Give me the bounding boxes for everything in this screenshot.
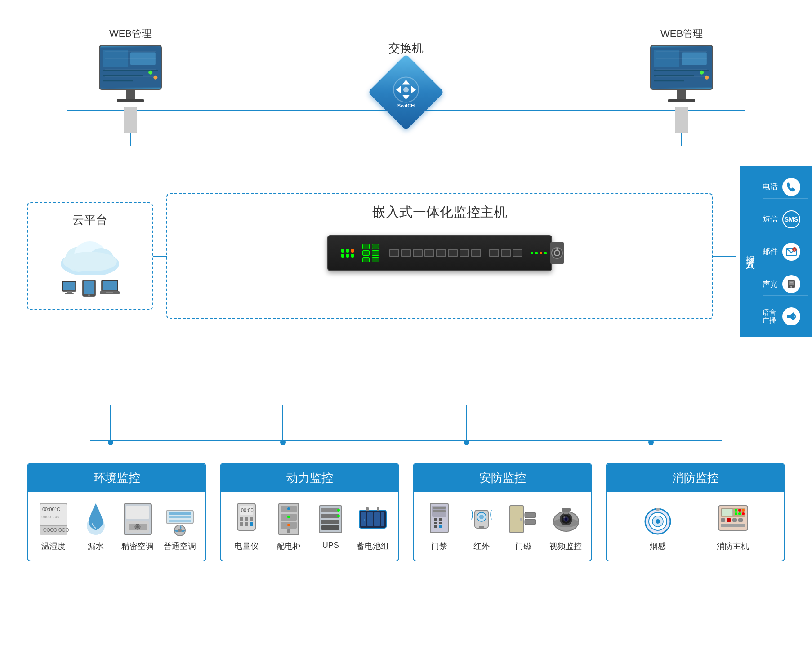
cat-label-ac-precise: 精密空调 [120, 541, 156, 552]
left-computer: WEB管理 [90, 27, 171, 133]
phone-svg [785, 181, 797, 193]
switch-label: 交换机 [361, 40, 451, 56]
cat-label-access: 门禁 [421, 541, 457, 552]
ac-normal-svg [164, 501, 196, 537]
svg-rect-106 [439, 518, 442, 521]
cat-item-firebox: 消防主机 [715, 501, 751, 552]
cabinet-svg [275, 501, 302, 537]
svg-rect-145 [738, 518, 743, 522]
right-screen-svg [651, 46, 712, 89]
svg-point-90 [337, 515, 340, 517]
svg-rect-105 [434, 518, 437, 521]
svg-rect-47 [790, 282, 793, 283]
svg-point-131 [656, 519, 660, 524]
cat-label-battery: 蓄电池组 [355, 541, 391, 552]
cat-label-ac-normal: 普通空调 [162, 541, 198, 552]
cat-icon-leak [78, 501, 114, 537]
cat-item-camera: 视频监控 [548, 501, 584, 552]
svg-rect-5 [103, 80, 133, 81]
svg-rect-62 [169, 512, 191, 515]
cat-icon-meter: 00:00 [228, 501, 264, 537]
alarm-item-mail: 邮件 ! [763, 240, 808, 263]
svg-marker-48 [787, 312, 794, 320]
alarm-broadcast-label: 语音广播 [763, 308, 779, 325]
categories: 环境监控 00:00°C ○○○○ ○○○ OOOO OOO 温湿度 [27, 463, 785, 561]
svg-rect-11 [654, 70, 709, 71]
svg-rect-107 [434, 522, 437, 524]
svg-rect-143 [727, 518, 731, 522]
category-fire: 消防监控 [606, 463, 785, 561]
ups-svg [317, 501, 344, 537]
svg-point-14 [700, 71, 704, 75]
category-env-header: 环境监控 [28, 464, 205, 492]
alarm-panel: 报警方式 电话 短信 SMS 邮件 [740, 166, 812, 337]
svg-rect-110 [439, 525, 442, 528]
svg-rect-3 [103, 70, 158, 71]
alarm-broadcast-icon [782, 307, 800, 325]
server-ports-group [362, 244, 379, 262]
cloud-svg [54, 235, 126, 275]
right-base [668, 99, 695, 102]
left-web-label: WEB管理 [90, 27, 171, 40]
camera-svg [549, 501, 583, 537]
svg-point-33 [88, 294, 90, 296]
svg-rect-56 [126, 506, 149, 519]
server-extra-ports [489, 249, 522, 257]
right-tower [675, 107, 688, 133]
svg-rect-97 [377, 507, 379, 511]
server-leds [341, 249, 354, 258]
svg-rect-0 [100, 47, 161, 87]
svg-rect-9 [654, 50, 679, 67]
drop-line-fire [651, 405, 651, 441]
drop-line-security [466, 405, 467, 441]
alarm-items: 电话 短信 SMS 邮件 [760, 166, 812, 337]
svg-text:00:00: 00:00 [241, 507, 254, 513]
temp-svg: 00:00°C ○○○○ ○○○ OOOO OOO [38, 501, 69, 537]
cloud-title: 云平台 [37, 212, 143, 228]
cat-label-temp: 温湿度 [36, 541, 71, 552]
cat-label-doormagnet: 门磁 [505, 541, 541, 552]
cat-icon-ac-precise [120, 501, 156, 537]
svg-rect-13 [654, 80, 684, 81]
svg-rect-37 [106, 292, 113, 293]
svg-point-139 [735, 512, 737, 515]
svg-point-141 [742, 512, 745, 515]
category-security-items: 门禁 红外 [414, 492, 591, 561]
right-monitor [650, 45, 713, 90]
svg-rect-74 [245, 522, 248, 526]
cat-icon-ac-normal [162, 501, 198, 537]
left-base [117, 99, 144, 102]
cat-item-meter: 00:00 电量仪 [228, 501, 264, 552]
cat-label-ir: 红外 [464, 541, 500, 552]
cat-icon-cabinet [271, 501, 307, 537]
svg-marker-17 [396, 86, 401, 93]
svg-point-89 [337, 509, 340, 512]
cat-label-camera: 视频监控 [548, 541, 584, 552]
left-monitor [99, 45, 162, 90]
bottom-hline [90, 440, 722, 441]
cat-item-ac-precise: 精密空调 [120, 501, 156, 552]
svg-text:+: + [377, 518, 379, 522]
svg-rect-132 [656, 508, 660, 511]
svg-point-81 [287, 516, 290, 518]
svg-rect-85 [321, 508, 339, 512]
cat-label-smoke: 烟感 [640, 541, 676, 552]
svg-point-7 [153, 76, 157, 80]
svg-rect-144 [732, 518, 737, 522]
svg-text:00:00°C: 00:00°C [42, 507, 60, 512]
right-web-label: WEB管理 [641, 27, 722, 40]
smoke-svg [641, 501, 674, 537]
svg-rect-72 [250, 517, 253, 521]
cat-item-ac-normal: 普通空调 [162, 501, 198, 552]
svg-rect-71 [245, 517, 248, 521]
svg-rect-104 [433, 510, 446, 512]
cat-item-access: 门禁 [421, 501, 457, 552]
alarm-item-broadcast: 语音广播 [763, 305, 808, 328]
svg-rect-73 [240, 522, 243, 526]
svg-point-137 [738, 509, 741, 512]
category-power-title: 动力监控 [286, 471, 333, 485]
svg-rect-117 [525, 519, 536, 525]
svg-rect-70 [240, 517, 243, 521]
doormagnet-svg [508, 501, 539, 537]
alarm-sms-label: 短信 [763, 214, 779, 224]
